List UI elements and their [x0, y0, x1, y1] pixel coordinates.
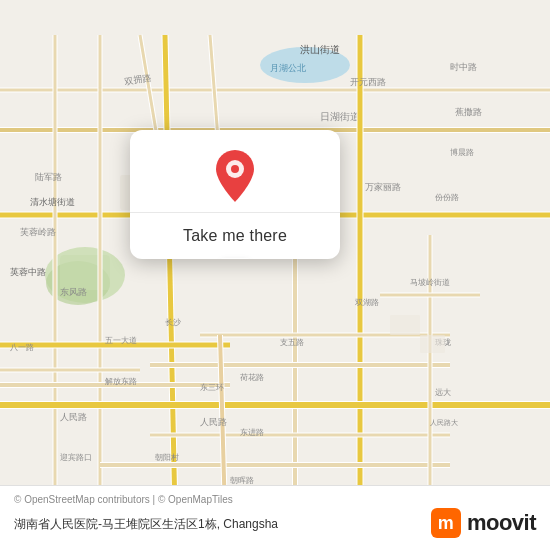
svg-text:芙蓉岭路: 芙蓉岭路 — [20, 227, 56, 237]
location-label: 湖南省人民医院-马王堆院区生活区1栋, Changsha — [14, 516, 431, 533]
attribution-text: © OpenStreetMap contributors | © OpenMap… — [14, 494, 233, 505]
svg-text:马坡岭街道: 马坡岭街道 — [410, 278, 450, 287]
map-svg: 月湖公北 日湖街道 — [0, 0, 550, 550]
svg-text:人民路: 人民路 — [200, 417, 227, 427]
svg-text:陆军路: 陆军路 — [35, 172, 62, 182]
moovit-icon: m — [431, 508, 461, 538]
svg-text:远大: 远大 — [435, 388, 451, 397]
svg-text:八一路: 八一路 — [10, 343, 34, 352]
svg-text:英蓉中路: 英蓉中路 — [10, 267, 46, 277]
svg-text:迎宾路口: 迎宾路口 — [60, 453, 92, 462]
svg-text:份份路: 份份路 — [435, 193, 459, 202]
moovit-logo: m moovit — [431, 508, 536, 538]
svg-text:万家丽路: 万家丽路 — [365, 182, 401, 192]
svg-text:荷花路: 荷花路 — [240, 373, 264, 382]
popup-card: Take me there — [130, 130, 340, 259]
svg-text:朝阳村: 朝阳村 — [155, 453, 179, 462]
svg-text:洪山街道: 洪山街道 — [300, 44, 340, 55]
location-pin-icon — [211, 148, 259, 204]
svg-text:朝晖路: 朝晖路 — [230, 476, 254, 485]
bottom-content: 湖南省人民医院-马王堆院区生活区1栋, Changsha m moovit — [14, 508, 536, 540]
svg-text:蕉撒路: 蕉撒路 — [455, 107, 482, 117]
svg-text:日湖街道: 日湖街道 — [320, 111, 360, 122]
svg-text:博晨路: 博晨路 — [450, 148, 474, 157]
svg-text:月湖公北: 月湖公北 — [270, 63, 306, 73]
svg-text:长沙: 长沙 — [165, 318, 181, 327]
svg-rect-89 — [420, 335, 445, 353]
svg-text:人民路大: 人民路大 — [430, 419, 458, 427]
svg-text:五一大道: 五一大道 — [105, 336, 137, 345]
attribution-row: © OpenStreetMap contributors | © OpenMap… — [14, 494, 536, 505]
pin-area — [130, 130, 340, 212]
bottom-bar: © OpenStreetMap contributors | © OpenMap… — [0, 485, 550, 550]
svg-text:东风路: 东风路 — [60, 287, 87, 297]
svg-text:东三环: 东三环 — [200, 383, 224, 392]
svg-text:时中路: 时中路 — [450, 62, 477, 72]
svg-text:清水塘街道: 清水塘街道 — [30, 197, 75, 207]
svg-text:支五路: 支五路 — [280, 338, 304, 347]
svg-point-94 — [231, 165, 239, 173]
map-container: 月湖公北 日湖街道 — [0, 0, 550, 550]
moovit-text: moovit — [467, 510, 536, 536]
svg-text:人民路: 人民路 — [60, 412, 87, 422]
svg-rect-88 — [390, 315, 420, 335]
svg-text:开元西路: 开元西路 — [350, 77, 386, 87]
take-me-there-button[interactable]: Take me there — [130, 212, 340, 259]
svg-text:解放东路: 解放东路 — [105, 377, 137, 386]
svg-text:东进路: 东进路 — [240, 428, 264, 437]
svg-text:双湖路: 双湖路 — [355, 298, 379, 307]
